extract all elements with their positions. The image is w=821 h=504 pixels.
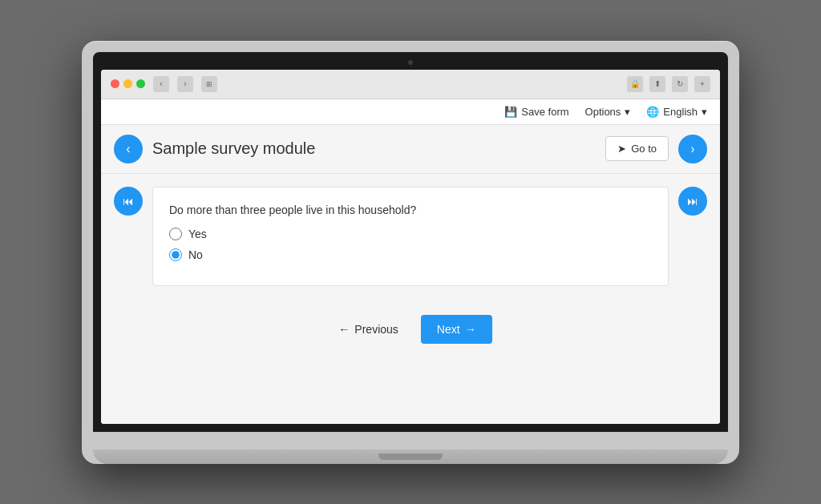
camera xyxy=(408,60,413,65)
hinge-notch xyxy=(378,454,443,460)
last-question-button[interactable]: ⏭ xyxy=(678,187,707,216)
survey-header: ‹ Sample survey module ➤ Go to › xyxy=(101,125,720,174)
save-form-label: Save form xyxy=(521,106,568,118)
next-label: Next xyxy=(437,323,460,336)
screen-bezel: ‹ › ⊞ 🔒 ⬆ ↻ + 💾 Save form Options ▾ xyxy=(93,52,728,432)
close-button[interactable] xyxy=(111,79,119,88)
app-toolbar: 💾 Save form Options ▾ 🌐 English ▾ xyxy=(101,99,720,125)
maximize-button[interactable] xyxy=(136,79,145,88)
goto-button[interactable]: ➤ Go to xyxy=(605,136,669,161)
minimize-button[interactable] xyxy=(123,79,132,88)
laptop-bottom xyxy=(93,450,728,464)
goto-arrow-icon: ➤ xyxy=(617,143,626,155)
options-label: Options xyxy=(585,106,621,118)
first-question-button[interactable]: ⏮ xyxy=(114,187,143,216)
question-row: ⏮ Do more than three people live in this… xyxy=(101,174,720,299)
bottom-bezel xyxy=(93,432,728,450)
survey-area: ‹ Sample survey module ➤ Go to › ⏮ Do mo… xyxy=(101,125,720,424)
options-button[interactable]: Options ▾ xyxy=(585,106,631,118)
laptop-frame: ‹ › ⊞ 🔒 ⬆ ↻ + 💾 Save form Options ▾ xyxy=(82,41,739,464)
radio-yes[interactable] xyxy=(169,228,182,240)
previous-arrow-icon: ← xyxy=(338,323,350,336)
language-button[interactable]: 🌐 English ▾ xyxy=(646,106,707,118)
goto-label: Go to xyxy=(631,143,657,155)
back-button[interactable]: ‹ xyxy=(153,76,169,92)
lock-icon: 🔒 xyxy=(627,76,643,92)
save-form-button[interactable]: 💾 Save form xyxy=(504,106,568,118)
question-text: Do more than three people live in this h… xyxy=(169,204,652,216)
previous-button[interactable]: ← Previous xyxy=(329,317,407,342)
next-arrow-icon: → xyxy=(465,323,476,336)
globe-icon: 🌐 xyxy=(646,106,659,118)
traffic-lights xyxy=(111,79,145,88)
language-chevron-icon: ▾ xyxy=(702,106,707,118)
browser-bar: ‹ › ⊞ 🔒 ⬆ ↻ + xyxy=(101,70,720,99)
previous-label: Previous xyxy=(354,323,398,336)
screen: ‹ › ⊞ 🔒 ⬆ ↻ + 💾 Save form Options ▾ xyxy=(101,70,720,424)
refresh-icon[interactable]: ↻ xyxy=(672,76,688,92)
survey-forward-button[interactable]: › xyxy=(678,135,707,163)
forward-button[interactable]: › xyxy=(177,76,193,92)
tabs-icon[interactable]: ⊞ xyxy=(201,76,217,92)
new-tab-icon[interactable]: + xyxy=(694,76,710,92)
language-label: English xyxy=(663,106,698,118)
save-icon: 💾 xyxy=(504,106,517,118)
bottom-spacer xyxy=(101,360,720,424)
browser-actions: 🔒 ⬆ ↻ + xyxy=(627,76,710,92)
option-yes[interactable]: Yes xyxy=(169,228,652,240)
option-yes-label: Yes xyxy=(188,228,207,240)
option-no[interactable]: No xyxy=(169,248,652,261)
share-icon[interactable]: ⬆ xyxy=(649,76,665,92)
options-chevron-icon: ▾ xyxy=(625,106,630,118)
radio-no[interactable] xyxy=(169,248,182,261)
survey-back-button[interactable]: ‹ xyxy=(114,135,143,163)
nav-buttons-row: ← Previous Next → xyxy=(101,299,720,360)
option-no-label: No xyxy=(188,248,203,261)
next-button[interactable]: Next → xyxy=(421,315,492,344)
question-card: Do more than three people live in this h… xyxy=(152,187,669,286)
survey-title: Sample survey module xyxy=(152,139,596,158)
